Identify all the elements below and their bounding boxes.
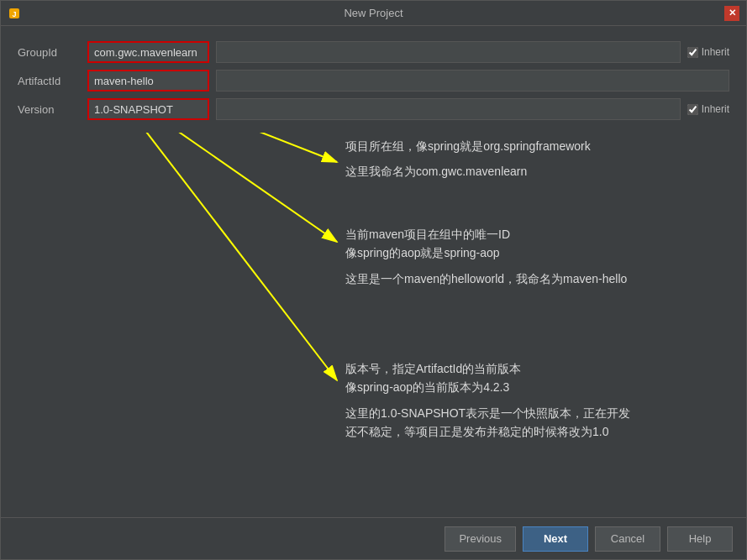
groupid-inherit-label: Inherit bbox=[687, 46, 729, 58]
groupid-label: GroupId bbox=[18, 46, 81, 59]
help-button[interactable]: Help bbox=[667, 526, 733, 552]
version-input[interactable] bbox=[87, 98, 209, 120]
version-inherit-checkbox[interactable] bbox=[687, 104, 698, 115]
artifactid-label: ArtifactId bbox=[18, 75, 81, 87]
artifactid-row: ArtifactId bbox=[18, 70, 729, 92]
artifactid-wide-input[interactable] bbox=[216, 70, 729, 92]
footer: Previous Next Cancel Help bbox=[1, 517, 746, 559]
groupid-wide-input[interactable] bbox=[216, 41, 681, 63]
svg-text:J: J bbox=[12, 10, 16, 18]
groupid-inherit-checkbox[interactable] bbox=[687, 47, 698, 58]
close-button[interactable]: ✕ bbox=[724, 6, 739, 21]
title-bar: J New Project ✕ bbox=[1, 1, 746, 26]
window-title: New Project bbox=[344, 7, 402, 19]
annotation-area: 项目所在组，像spring就是org.springframework 这里我命名… bbox=[18, 133, 729, 509]
previous-button[interactable]: Previous bbox=[445, 526, 516, 552]
next-button[interactable]: Next bbox=[523, 526, 588, 552]
version-inherit-label: Inherit bbox=[687, 103, 729, 115]
artifactid-annotation: 当前maven项目在组中的唯一ID 像spring的aop就是spring-ao… bbox=[345, 225, 627, 288]
form-section: GroupId Inherit ArtifactId Version bbox=[18, 41, 729, 120]
version-row: Version Inherit bbox=[18, 98, 729, 120]
app-icon: J bbox=[8, 7, 21, 20]
svg-line-3 bbox=[144, 133, 337, 162]
groupid-input[interactable] bbox=[87, 41, 209, 63]
new-project-window: J New Project ✕ GroupId Inherit Artifact… bbox=[0, 0, 747, 560]
version-label: Version bbox=[18, 103, 81, 116]
groupid-annotation: 项目所在组，像spring就是org.springframework 这里我命名… bbox=[345, 137, 591, 181]
svg-line-4 bbox=[144, 133, 337, 242]
artifactid-input[interactable] bbox=[87, 70, 209, 92]
svg-line-5 bbox=[144, 133, 337, 380]
groupid-row: GroupId Inherit bbox=[18, 41, 729, 63]
title-bar-left: J bbox=[8, 7, 21, 20]
main-content: GroupId Inherit ArtifactId Version bbox=[1, 26, 746, 517]
version-annotation: 版本号，指定ArtifactId的当前版本 像spring-aop的当前版本为4… bbox=[345, 359, 630, 442]
arrows-svg bbox=[18, 133, 729, 509]
version-wide-input[interactable] bbox=[216, 98, 681, 120]
cancel-button[interactable]: Cancel bbox=[595, 526, 660, 552]
